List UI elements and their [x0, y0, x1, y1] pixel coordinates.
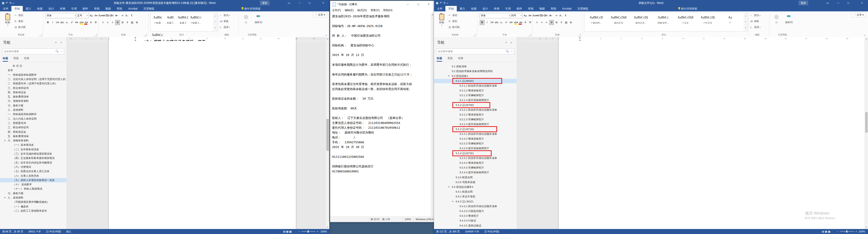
zoom-in-icon[interactable]: + — [317, 229, 318, 234]
notepad-menu-格式(O)[interactable]: 格式(O) — [355, 8, 368, 13]
strikethrough-button[interactable]: abc — [495, 20, 499, 25]
distribute-icon[interactable]: ≣ — [120, 20, 125, 25]
line-spacing-icon[interactable]: ⇕ — [559, 20, 563, 25]
sort-icon[interactable]: A↓ — [559, 13, 563, 18]
nav-item[interactable]: 9.3.5 租赁合同 — [434, 175, 517, 180]
subscript-button[interactable]: x₂ — [499, 20, 504, 25]
nav-item[interactable]: 年 月 日 — [0, 64, 66, 68]
line-spacing-icon[interactable]: ⇕ — [125, 20, 129, 25]
share-button[interactable]: ↗ 共享 ▾ — [313, 12, 327, 17]
increase-indent-icon[interactable]: ⇥ — [120, 13, 124, 18]
tab-百度网盘[interactable]: 百度网盘 — [575, 6, 591, 11]
tab-绘图[interactable]: 绘图 — [468, 6, 479, 11]
nav-item[interactable]: 9.2 捞油技术服务设备使用情况评价 — [434, 69, 517, 73]
share-button[interactable]: ↗ 共享 ▾ — [851, 12, 866, 17]
justify-icon[interactable]: ≣ — [549, 20, 554, 25]
scroll-thumb[interactable] — [327, 119, 329, 151]
paste-button[interactable]: 粘贴▾ — [436, 12, 448, 33]
nav-item[interactable]: （一）基本情况表 — [0, 143, 66, 147]
borders-icon[interactable]: ⊞ — [135, 20, 139, 25]
tab-开始[interactable]: 开始 — [445, 6, 457, 11]
horizontal-ruler[interactable]: （九）拟投入本项目设备情况一览表一、设备清单序号设备类型设备名称设备型号数量1捞… — [66, 37, 326, 41]
nav-item[interactable]: （三）近年完成的类似项目情况表 — [0, 152, 66, 156]
nav-item[interactable]: 目录 — [0, 68, 66, 72]
nav-item[interactable]: （四）正在服务和新承接的项目情况 — [0, 156, 66, 160]
paste-dropdown-icon[interactable]: ▾ — [2, 24, 14, 26]
tab-引用[interactable]: 引用 — [502, 6, 514, 11]
borders-icon[interactable]: ⊞ — [569, 20, 573, 25]
ruler-indent-top-icon[interactable] — [134, 37, 136, 39]
nav-item[interactable]: 9.4.3.4 行驶证 — [434, 219, 517, 223]
nav-item[interactable]: 9.3.4.4 提升设备铭牌照片 — [434, 170, 517, 175]
search-icon[interactable] — [506, 50, 508, 52]
nav-item[interactable]: 六、资格审查资料 — [0, 99, 66, 103]
status-words[interactable]: 154009 个字 — [463, 229, 481, 234]
document-canvas[interactable] — [66, 41, 326, 229]
clipboard-dialog-launcher-icon[interactable] — [39, 33, 42, 36]
superscript-button[interactable]: x² — [70, 20, 74, 25]
styles-gallery-scroll[interactable]: ▴▾⊽ — [744, 13, 748, 31]
nav-item[interactable]: （八）主要人员简历表 — [0, 174, 66, 178]
tab-视图[interactable]: 视图 — [536, 6, 548, 11]
nav-item[interactable]: 二、授权委托书 — [0, 121, 66, 125]
edit-item-替换[interactable]: ab替换 — [220, 20, 228, 23]
subscript-button[interactable]: x₂ — [65, 20, 69, 25]
nav-item[interactable]: 9.3.1.1 机动车环保信息随车清单 — [434, 84, 517, 88]
clipboard-item-剪切[interactable]: ✂剪切 — [14, 14, 23, 17]
expand-triangle-icon[interactable] — [452, 201, 453, 202]
nav-search-input[interactable]: 在文档中搜索▾ — [2, 48, 64, 54]
nav-item[interactable]: 9.4.2 承运方资质 — [434, 194, 517, 199]
view-icons[interactable]: ▤ ▦ ▩ — [283, 229, 291, 234]
tab-Acrobat[interactable]: Acrobat — [125, 6, 141, 11]
status-mode[interactable]: 插入 — [64, 229, 73, 234]
nav-item[interactable]: 六、资格审查资料 — [0, 138, 66, 143]
tab-百度网盘[interactable]: 百度网盘 — [141, 6, 157, 11]
tab-插入[interactable]: 插入 — [23, 6, 34, 11]
tab-开始[interactable]: 开始 — [11, 6, 23, 11]
notepad-menu-帮助(H)[interactable]: 帮助(H) — [381, 8, 394, 13]
nav-tab-标题[interactable]: 标题 — [437, 57, 442, 62]
tab-绘图[interactable]: 绘图 — [34, 6, 45, 11]
shading-icon[interactable]: ▨ — [130, 20, 134, 25]
style-item[interactable]: AaBbC(标题 2 — [177, 14, 189, 31]
notepad-maximize-button[interactable]: □ — [413, 1, 424, 8]
font-size-combo[interactable]: 四号▾ — [510, 13, 523, 18]
expand-triangle-icon[interactable] — [4, 140, 5, 141]
nav-item[interactable]: 9.3.1.4 提升设备铭牌照片 — [434, 98, 517, 102]
expand-triangle-icon[interactable] — [452, 129, 453, 130]
nav-item[interactable]: （可根据项目需求增删或修改） — [0, 200, 66, 204]
tab-布局[interactable]: 布局 — [491, 6, 502, 11]
sort-icon[interactable]: A↓ — [125, 13, 129, 18]
tellme-search[interactable]: 💡操作说明搜索 — [241, 6, 260, 11]
enclose-char-button[interactable]: 字 — [94, 20, 98, 25]
vertical-scrollbar[interactable]: ▲ ▼ — [326, 37, 329, 229]
nav-item[interactable]: （二）农民工工资保障承诺书 — [0, 209, 66, 213]
horizontal-ruler[interactable]: ▪ 9.3.1 辽 LB5001↵▪ 9.3.1.1 机动车环保信息随车清单↵应… — [517, 37, 865, 41]
document-canvas[interactable] — [517, 41, 865, 229]
tab-邮件[interactable]: 邮件 — [80, 6, 91, 11]
grow-font-button[interactable]: A▴ — [89, 13, 93, 18]
italic-button[interactable]: I — [485, 20, 489, 25]
numbering-icon[interactable]: ⒈≡ — [105, 13, 110, 18]
styles-gallery-scroll[interactable]: ▴▾⊽ — [213, 13, 217, 31]
nav-item[interactable]: 四、投标保证金 — [0, 90, 66, 95]
tab-邮件[interactable]: 邮件 — [514, 6, 525, 11]
ruler-indent-top-icon[interactable] — [579, 37, 581, 39]
align-center-icon[interactable]: ≡ — [539, 20, 544, 25]
tab-帮助[interactable]: 帮助 — [114, 6, 125, 11]
nav-item[interactable]: 五、服务费用清单 — [0, 95, 66, 99]
distribute-icon[interactable]: ≣ — [554, 20, 559, 25]
scroll-down-icon[interactable]: ▼ — [326, 226, 329, 229]
tab-文件[interactable]: 文件 — [434, 6, 445, 11]
bullets-icon[interactable]: •≡ — [101, 13, 105, 18]
expand-triangle-icon[interactable] — [452, 80, 453, 81]
strikethrough-button[interactable]: abc — [60, 20, 64, 25]
ribbon-options-icon[interactable]: ▭ — [284, 0, 294, 6]
highlight-button[interactable]: ab▾ — [79, 20, 84, 25]
nav-close-icon[interactable]: × — [60, 41, 62, 44]
char-shading-button[interactable]: A — [523, 20, 528, 25]
vertical-scrollbar[interactable]: ▲ ▼ — [865, 37, 868, 229]
underline-button[interactable]: U▾ — [55, 20, 60, 25]
nav-item[interactable]: 9.3.1 辽LB5001 — [434, 79, 517, 83]
signin-button[interactable]: 登录 — [260, 1, 270, 5]
